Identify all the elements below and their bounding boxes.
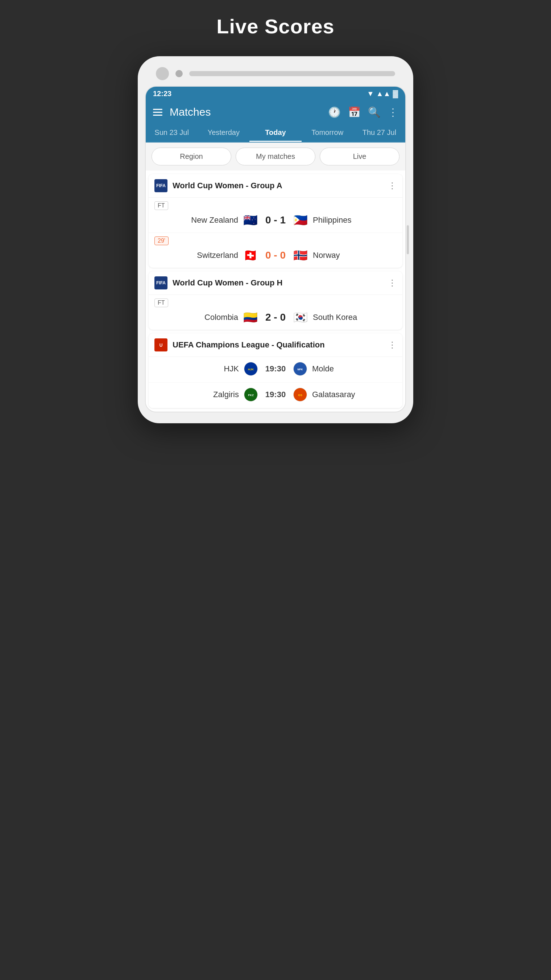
match-row-zalgiris-galatasaray: Zalgiris FKZ 19:30 GS Gala [149,383,402,408]
match-status-switzerland: 29' [154,237,168,245]
league-header-uefa: U UEFA Champions League - Qualification … [149,333,402,357]
calendar-icon[interactable]: 📅 [348,106,361,118]
svg-text:MFK: MFK [297,368,303,371]
status-time: 12:23 [153,89,171,98]
page-title: Live Scores [216,14,334,38]
match-group-uefa-cl: U UEFA Champions League - Qualification … [149,333,402,408]
match-teams-nz-philippines: New Zealand 🇳🇿 0 - 1 🇵🇭 Philippines [154,213,397,229]
colombia-flag: 🇨🇴 [243,312,258,323]
score-switzerland-norway: 0 - 0 [263,250,288,261]
match-time-zalgiris-galatasaray: 19:30 [263,390,288,399]
home-team-colombia: Colombia [180,313,238,322]
south-korea-flag: 🇰🇷 [293,312,308,323]
signal-icon: ▲▲ [376,89,391,98]
status-icons: ▼ ▲▲ ▓ [367,89,398,98]
match-teams-zalgiris-galatasaray: Zalgiris FKZ 19:30 GS Gala [154,386,397,404]
camera-dot [175,70,183,77]
galatasaray-badge: GS [293,388,307,401]
tab-yesterday[interactable]: Yesterday [198,123,249,142]
filter-region[interactable]: Region [151,148,231,165]
league-name-group-a: World Cup Women - Group A [173,181,388,191]
philippines-flag: 🇵🇭 [293,214,308,226]
header-title: Matches [170,106,321,118]
battery-icon: ▓ [392,89,398,98]
away-team-norway: Norway [313,251,371,260]
status-bar: 12:23 ▼ ▲▲ ▓ [146,87,405,101]
speaker-bar [189,71,395,76]
filter-live[interactable]: Live [320,148,400,165]
away-team-philippines: Philippines [313,215,371,225]
match-teams-colombia-southkorea: Colombia 🇨🇴 2 - 0 🇰🇷 South Korea [154,310,397,326]
svg-text:FKZ: FKZ [248,393,254,397]
match-group-world-cup-women-a: FIFA World Cup Women - Group A ⋮ FT New … [149,174,402,268]
zalgiris-badge: FKZ [244,388,258,401]
tab-today[interactable]: Today [249,123,301,142]
nz-flag: 🇳🇿 [243,214,258,226]
match-row-switzerland-norway: 29' Switzerland 🇨🇭 0 - 0 🇳🇴 Norway [149,233,402,268]
match-teams-hjk-molde: HJK HJK 19:30 MFK Molde [154,361,397,379]
match-row-colombia-southkorea: FT Colombia 🇨🇴 2 - 0 🇰🇷 South Korea [149,295,402,330]
scroll-hint [407,225,409,254]
tab-thu-27-jul[interactable]: Thu 27 Jul [353,123,405,142]
away-team-molde: Molde [312,364,370,374]
match-row-nz-philippines: FT New Zealand 🇳🇿 0 - 1 🇵🇭 Philippines [149,198,402,233]
fifa-league-icon-h: FIFA [154,276,167,290]
score-colombia-southkorea: 2 - 0 [263,312,288,323]
molde-badge: MFK [293,362,307,376]
league-more-icon-uefa[interactable]: ⋮ [388,340,397,350]
filter-my-matches[interactable]: My matches [236,148,315,165]
match-status-nz: FT [154,201,168,210]
match-group-world-cup-women-h: FIFA World Cup Women - Group H ⋮ FT Colo… [149,271,402,330]
home-team-nz: New Zealand [180,215,238,225]
search-icon[interactable]: 🔍 [368,106,381,118]
svg-text:HJK: HJK [248,368,254,371]
phone-top-bar [145,67,406,80]
tab-sun-23-jul[interactable]: Sun 23 Jul [146,123,198,142]
more-options-icon[interactable]: ⋮ [388,106,398,118]
filter-row: Region My matches Live [146,143,405,170]
score-nz-philippines: 0 - 1 [263,214,288,226]
league-name-group-h: World Cup Women - Group H [173,278,388,288]
norway-flag: 🇳🇴 [293,250,308,261]
svg-text:U: U [159,343,163,348]
match-row-hjk-molde: HJK HJK 19:30 MFK Molde [149,357,402,383]
wifi-icon: ▼ [367,89,374,98]
switzerland-flag: 🇨🇭 [243,250,258,261]
league-more-icon-h[interactable]: ⋮ [388,278,397,288]
home-team-hjk: HJK [181,364,239,374]
uefa-league-icon: U [154,338,167,352]
date-tabs: Sun 23 Jul Yesterday Today Tomorrow Thu … [146,123,405,143]
phone-screen: 12:23 ▼ ▲▲ ▓ Matches 🕐 📅 🔍 ⋮ Sun 23 Jul … [145,86,406,412]
away-team-galatasaray: Galatasaray [312,390,370,399]
away-team-southkorea: South Korea [313,313,371,322]
app-header: Matches 🕐 📅 🔍 ⋮ [146,101,405,123]
tab-tomorrow[interactable]: Tomorrow [302,123,353,142]
home-team-zalgiris: Zalgiris [181,390,239,399]
league-header-group-a: FIFA World Cup Women - Group A ⋮ [149,174,402,198]
league-header-group-h: FIFA World Cup Women - Group H ⋮ [149,271,402,295]
league-more-icon-a[interactable]: ⋮ [388,181,397,191]
match-time-hjk-molde: 19:30 [263,364,288,374]
camera-icon [156,67,169,80]
match-teams-switzerland-norway: Switzerland 🇨🇭 0 - 0 🇳🇴 Norway [154,248,397,264]
match-status-colombia: FT [154,299,168,307]
hjk-badge: HJK [244,362,258,376]
fifa-league-icon: FIFA [154,179,167,192]
phone-shell: 12:23 ▼ ▲▲ ▓ Matches 🕐 📅 🔍 ⋮ Sun 23 Jul … [138,56,413,423]
league-name-uefa: UEFA Champions League - Qualification [173,340,388,350]
svg-text:GS: GS [298,393,302,397]
hamburger-menu-icon[interactable] [153,109,162,116]
clock-icon[interactable]: 🕐 [328,106,341,118]
home-team-switzerland: Switzerland [180,251,238,260]
